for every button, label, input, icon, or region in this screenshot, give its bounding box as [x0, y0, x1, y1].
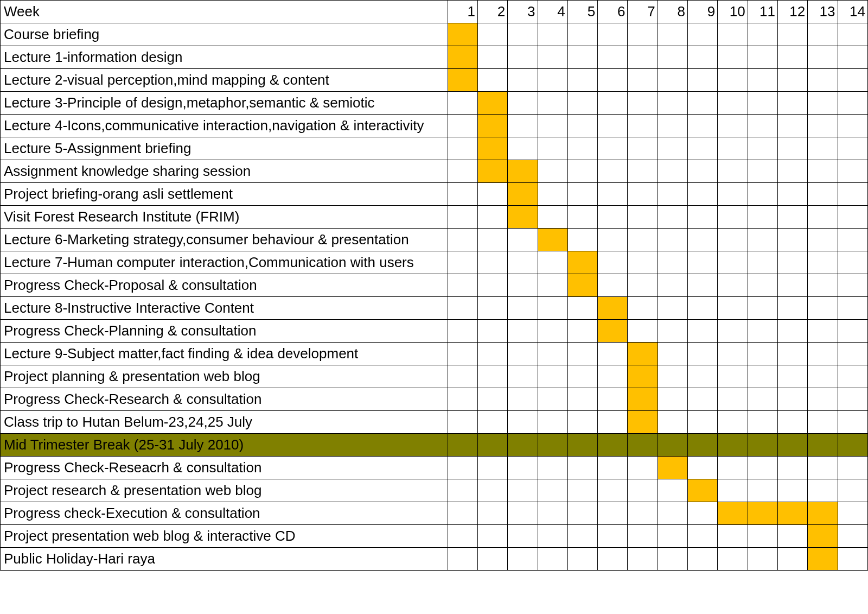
week-header: 11: [748, 1, 777, 23]
week-cell: [838, 23, 868, 46]
week-cell: [718, 160, 748, 183]
week-cell: [567, 251, 597, 274]
week-cell: [567, 274, 597, 297]
week-cell: [748, 502, 777, 525]
table-row: Lecture 6-Marketing strategy,consumer be…: [1, 229, 868, 251]
week-cell: [777, 525, 807, 548]
week-cell: [658, 525, 687, 548]
week-cell: [748, 434, 777, 457]
week-header: 10: [718, 1, 748, 23]
week-cell: [567, 502, 597, 525]
week-cell: [838, 457, 868, 479]
week-header: 14: [838, 1, 868, 23]
week-cell: [567, 206, 597, 229]
table-row: Course briefing: [1, 23, 868, 46]
week-cell: [538, 365, 567, 388]
week-cell: [538, 23, 567, 46]
week-cell: [598, 46, 628, 69]
week-cell: [838, 69, 868, 92]
week-cell: [567, 457, 597, 479]
week-cell: [808, 434, 838, 457]
week-cell: [658, 297, 687, 320]
week-cell: [477, 388, 507, 411]
week-cell: [838, 229, 868, 251]
header-row: Week 1 2 3 4 5 6 7 8 9 10 11 12 13 14: [1, 1, 868, 23]
week-cell: [777, 46, 807, 69]
week-cell: [567, 365, 597, 388]
week-cell: [777, 137, 807, 160]
week-cell: [508, 183, 538, 206]
row-label: Progress Check-Research & consultation: [1, 388, 448, 411]
table-row: Class trip to Hutan Belum-23,24,25 July: [1, 411, 868, 434]
table-row: Project presentation web blog & interact…: [1, 525, 868, 548]
week-cell: [508, 46, 538, 69]
week-cell: [718, 69, 748, 92]
row-label: Lecture 2-visual perception,mind mapping…: [1, 69, 448, 92]
week-cell: [567, 46, 597, 69]
week-cell: [538, 434, 567, 457]
week-cell: [628, 525, 658, 548]
week-cell: [658, 69, 687, 92]
week-cell: [777, 411, 807, 434]
week-cell: [508, 274, 538, 297]
week-cell: [658, 160, 687, 183]
row-label: Visit Forest Research Institute (FRIM): [1, 206, 448, 229]
week-cell: [718, 343, 748, 365]
week-cell: [448, 183, 477, 206]
week-cell: [718, 274, 748, 297]
week-cell: [748, 160, 777, 183]
week-cell: [688, 502, 718, 525]
week-cell: [628, 92, 658, 115]
week-cell: [838, 160, 868, 183]
week-cell: [658, 548, 687, 571]
week-cell: [508, 365, 538, 388]
week-cell: [718, 46, 748, 69]
week-cell: [567, 411, 597, 434]
week-cell: [777, 251, 807, 274]
week-cell: [808, 115, 838, 137]
week-cell: [658, 479, 687, 502]
week-cell: [508, 297, 538, 320]
week-cell: [538, 457, 567, 479]
week-cell: [688, 183, 718, 206]
week-cell: [808, 297, 838, 320]
week-cell: [628, 411, 658, 434]
week-cell: [718, 92, 748, 115]
table-row: Project briefing-orang asli settlement: [1, 183, 868, 206]
week-cell: [688, 343, 718, 365]
row-label: Assignment knowledge sharing session: [1, 160, 448, 183]
week-cell: [748, 46, 777, 69]
week-header: 1: [448, 1, 477, 23]
week-cell: [448, 548, 477, 571]
week-cell: [838, 388, 868, 411]
week-cell: [477, 320, 507, 343]
week-cell: [567, 434, 597, 457]
week-cell: [838, 548, 868, 571]
week-cell: [688, 274, 718, 297]
week-cell: [808, 274, 838, 297]
week-cell: [748, 183, 777, 206]
table-row: Lecture 1-information design: [1, 46, 868, 69]
week-cell: [748, 206, 777, 229]
week-cell: [598, 388, 628, 411]
table-row: Progress Check-Planning & consultation: [1, 320, 868, 343]
week-cell: [838, 92, 868, 115]
table-row: Project planning & presentation web blog: [1, 365, 868, 388]
week-cell: [658, 388, 687, 411]
week-cell: [448, 23, 477, 46]
week-header: 5: [567, 1, 597, 23]
week-cell: [477, 23, 507, 46]
week-cell: [598, 23, 628, 46]
week-cell: [538, 548, 567, 571]
week-cell: [748, 320, 777, 343]
week-cell: [567, 229, 597, 251]
week-cell: [448, 69, 477, 92]
week-cell: [748, 69, 777, 92]
week-cell: [808, 457, 838, 479]
week-cell: [628, 69, 658, 92]
week-cell: [598, 115, 628, 137]
week-cell: [808, 548, 838, 571]
week-cell: [598, 183, 628, 206]
week-cell: [808, 23, 838, 46]
week-cell: [598, 297, 628, 320]
